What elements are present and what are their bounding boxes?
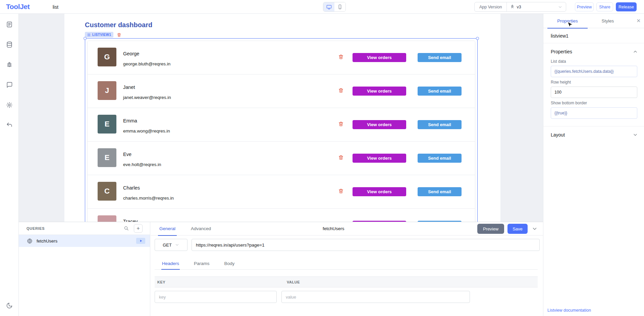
list-item[interactable]: T Tracey View orders Send email xyxy=(88,209,475,222)
field-list-data: List data xyxy=(551,59,637,77)
pages-icon xyxy=(6,21,13,28)
list-item[interactable]: J Janet janet.weaver@reqres.in View orde… xyxy=(88,74,475,108)
tab-body[interactable]: Body xyxy=(224,258,235,269)
query-list-item[interactable]: fetchUsers xyxy=(19,235,150,247)
field-label: List data xyxy=(551,59,637,64)
tab-properties[interactable]: Properties xyxy=(547,14,588,28)
field-label: Show bottom border xyxy=(551,101,637,105)
send-email-button[interactable]: Send email xyxy=(418,154,462,163)
app-name[interactable]: list xyxy=(53,4,58,10)
collapse-panel-button[interactable] xyxy=(531,225,538,232)
search-query-button[interactable] xyxy=(122,224,130,233)
release-button[interactable]: Release xyxy=(616,2,637,11)
view-orders-button[interactable]: View orders xyxy=(353,187,406,196)
resize-handle[interactable] xyxy=(476,37,479,40)
app-version-value: v3 xyxy=(507,5,566,9)
view-orders-button[interactable]: View orders xyxy=(353,87,406,96)
properties-fields: List data Row height Show bottom border xyxy=(543,59,644,119)
play-icon xyxy=(139,239,143,243)
http-method-value: GET xyxy=(163,243,172,248)
trash-icon xyxy=(338,88,344,93)
trash-icon xyxy=(338,54,344,60)
list-item[interactable]: G George george.bluth@reqres.in View ord… xyxy=(88,41,475,74)
undo-button[interactable] xyxy=(4,119,15,131)
tab-general[interactable]: General xyxy=(158,222,177,235)
left-sidebar xyxy=(0,14,19,316)
field-show-bottom-border: Show bottom border xyxy=(551,101,637,119)
close-inspector-button[interactable]: ✕ xyxy=(636,18,641,24)
widget-name-badge[interactable]: LISTVIEW1 xyxy=(85,32,113,38)
delete-row-button[interactable] xyxy=(338,121,344,127)
list-icon xyxy=(87,33,91,37)
header-key-input[interactable] xyxy=(155,291,277,303)
send-email-button[interactable]: Send email xyxy=(418,53,462,62)
run-query-button[interactable] xyxy=(136,238,145,244)
section-title: Properties xyxy=(551,49,572,54)
mobile-icon xyxy=(337,4,342,9)
widget-badge-label: LISTVIEW1 xyxy=(92,33,111,37)
http-method-select[interactable]: GET xyxy=(155,239,187,251)
gear-icon xyxy=(6,102,13,108)
selected-widget-name: listview1 xyxy=(543,28,644,43)
send-email-button[interactable]: Send email xyxy=(418,87,462,96)
request-url-input[interactable] xyxy=(192,239,540,251)
app-canvas[interactable]: Customer dashboard LISTVIEW1 G George xyxy=(64,14,500,222)
tab-styles[interactable]: Styles xyxy=(588,14,628,28)
chevron-down-icon xyxy=(633,132,638,138)
query-editor-body: GET Headers Params Body KEY VALUE xyxy=(151,235,543,316)
comments-button[interactable] xyxy=(4,79,15,91)
chevron-down-icon xyxy=(558,5,562,9)
layout-section-header[interactable]: Layout xyxy=(543,126,644,140)
chevron-up-icon xyxy=(633,49,638,54)
trash-icon xyxy=(338,188,344,194)
inspector-tabs: Properties Styles ✕ xyxy=(543,14,644,28)
row-height-input[interactable] xyxy=(551,87,637,98)
queries-header: QUERIES + xyxy=(19,222,150,235)
list-data-input[interactable] xyxy=(551,66,637,77)
send-email-button[interactable]: Send email xyxy=(418,120,462,129)
tooljet-logo[interactable]: ToolJet xyxy=(6,3,30,11)
send-email-button[interactable]: Send email xyxy=(418,187,462,196)
list-item[interactable]: E Emma emma.wong@reqres.in View orders S… xyxy=(88,108,475,142)
query-name: fetchUsers xyxy=(37,239,57,244)
tab-params[interactable]: Params xyxy=(193,258,210,269)
resize-handle[interactable] xyxy=(84,37,87,40)
delete-row-button[interactable] xyxy=(338,54,344,60)
listview-container: G George george.bluth@reqres.in View ord… xyxy=(87,41,475,222)
settings-button[interactable] xyxy=(4,99,15,111)
request-tabs: Headers Params Body xyxy=(155,258,538,270)
view-orders-button[interactable]: View orders xyxy=(353,154,406,163)
listview-documentation-link[interactable]: Listview documentation xyxy=(547,308,591,313)
tooljet-app-builder: ToolJet list App Version v3 Preview Shar… xyxy=(0,0,644,316)
dark-mode-toggle[interactable] xyxy=(4,300,15,311)
delete-widget-button[interactable] xyxy=(117,33,121,37)
app-version-label: App Version xyxy=(475,5,506,9)
view-orders-button[interactable]: View orders xyxy=(353,120,406,129)
delete-row-button[interactable] xyxy=(338,188,344,194)
widget-tag-bar: LISTVIEW1 xyxy=(85,32,121,38)
customer-email: eve.holt@reqres.in xyxy=(123,162,161,167)
pages-button[interactable] xyxy=(4,19,15,30)
show-bottom-border-input[interactable] xyxy=(551,107,637,119)
list-item[interactable]: C Charles charles.morris@reqres.in View … xyxy=(88,175,475,209)
list-item[interactable]: E Eve eve.holt@reqres.in View orders Sen… xyxy=(88,142,475,175)
rocket-icon xyxy=(510,5,515,9)
view-orders-button[interactable]: View orders xyxy=(353,53,406,62)
listview-widget[interactable]: G George george.bluth@reqres.in View ord… xyxy=(85,38,478,222)
desktop-toggle-button[interactable] xyxy=(323,2,334,11)
app-version-control[interactable]: App Version v3 xyxy=(474,2,566,12)
tab-advanced[interactable]: Advanced xyxy=(190,222,212,235)
tab-headers[interactable]: Headers xyxy=(161,258,180,269)
delete-row-button[interactable] xyxy=(338,155,344,160)
query-save-button[interactable]: Save xyxy=(507,224,528,234)
header-value-input[interactable] xyxy=(281,291,470,303)
share-button[interactable]: Share xyxy=(596,2,613,11)
query-preview-button[interactable]: Preview xyxy=(477,224,504,234)
debugger-button[interactable] xyxy=(4,59,15,70)
preview-button[interactable]: Preview xyxy=(575,2,594,11)
add-query-button[interactable]: + xyxy=(134,224,143,233)
properties-section-header[interactable]: Properties xyxy=(543,43,644,56)
delete-row-button[interactable] xyxy=(338,88,344,93)
datasources-button[interactable] xyxy=(4,39,15,50)
mobile-toggle-button[interactable] xyxy=(334,2,345,11)
